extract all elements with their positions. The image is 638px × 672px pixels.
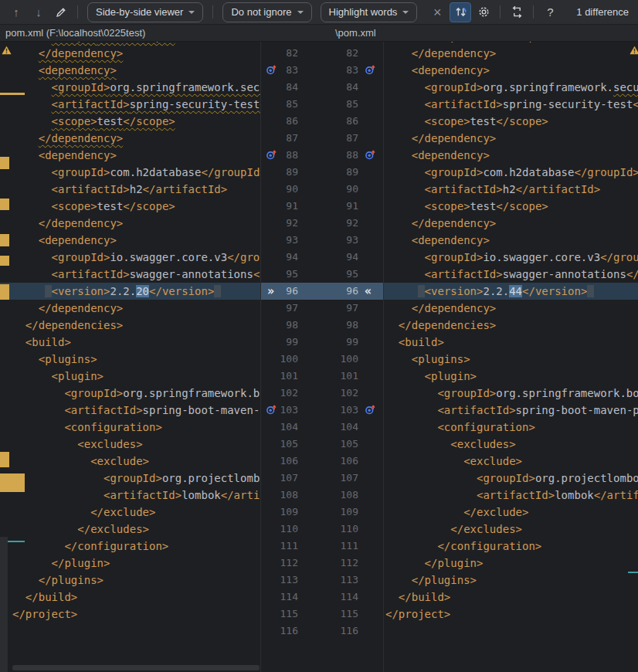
left-line-number: 106 <box>261 453 298 470</box>
changed-lines-marker <box>0 234 9 246</box>
right-line-number: 91 <box>321 198 358 215</box>
code-line-113: </plugins> <box>0 572 260 589</box>
right-line-number: 95 <box>321 266 358 283</box>
toolbar-separator <box>533 5 534 19</box>
line-number-strip: 8282838384848585868687878888898990909191… <box>260 42 384 672</box>
left-line-number: 102 <box>261 385 298 402</box>
code-line-89: <groupId>com.h2database</groupId> <box>0 164 260 181</box>
toolbar-separator <box>500 5 501 19</box>
viewer-mode-dropdown[interactable]: Side-by-side viewer <box>87 2 203 22</box>
line-number-row-104: 104104 <box>261 419 383 436</box>
code-line-111: </configuration> <box>384 538 638 555</box>
line-number-row-93: 9393 <box>261 232 383 249</box>
left-line-number: 91 <box>261 198 298 215</box>
left-line-number: 94 <box>261 249 298 266</box>
right-line-number: 94 <box>321 249 358 266</box>
close-icon: × <box>433 6 442 19</box>
apply-change-right-chevron[interactable]: « <box>365 283 372 300</box>
arrow-down-icon: ↓ <box>36 5 42 19</box>
code-line-104: <configuration> <box>384 419 638 436</box>
code-line-98: </dependencies> <box>384 317 638 334</box>
code-line-92: </dependency> <box>0 215 260 232</box>
line-number-row-115: 115115 <box>261 606 383 623</box>
help-button[interactable]: ? <box>540 3 560 22</box>
highlight-mode-dropdown[interactable]: Highlight words <box>321 2 418 22</box>
left-dependency-update-icon[interactable] <box>266 64 277 76</box>
code-line-110: </excludes> <box>0 521 260 538</box>
code-line-87: </dependency> <box>384 130 638 147</box>
swap-sides-icon <box>511 5 524 19</box>
right-line-number: 82 <box>321 45 358 62</box>
code-line-82: </dependency> <box>0 45 260 62</box>
teal-change-marker <box>628 572 638 573</box>
left-line-number: 101 <box>261 368 298 385</box>
edit-button[interactable] <box>51 3 71 22</box>
right-line-number: 87 <box>321 130 358 147</box>
right-dependency-update-icon[interactable] <box>365 149 376 161</box>
changed-lines-marker <box>0 256 9 266</box>
left-horizontal-scrollbar-thumb[interactable] <box>12 665 260 670</box>
right-dependency-update-icon[interactable] <box>365 64 376 76</box>
line-number-row-92: 9292 <box>261 215 383 232</box>
diff-content: <scope>test</scope> </dependency> <depen… <box>0 42 638 672</box>
left-line-number: 99 <box>261 334 298 351</box>
left-line-number: 97 <box>261 300 298 317</box>
right-editor-pane: <scope>test</scope> </dependency> <depen… <box>384 42 638 672</box>
code-line-110: </excludes> <box>384 521 638 538</box>
left-line-number: 92 <box>261 215 298 232</box>
code-line-115: </project> <box>0 606 260 623</box>
synchronize-scrolling-toggle[interactable] <box>450 2 471 22</box>
right-line-number: 108 <box>321 487 358 504</box>
code-line-95: <artifactId>swagger-annotations</a <box>0 266 260 283</box>
code-line-102: <groupId>org.springframework.boo <box>0 385 260 402</box>
right-line-number: 101 <box>321 368 358 385</box>
settings-button[interactable] <box>473 3 494 22</box>
code-line-106: <exclude> <box>0 453 260 470</box>
code-line-97: </dependency> <box>0 300 260 317</box>
previous-difference-button[interactable]: ↑ <box>6 3 26 22</box>
line-number-row-82: 8282 <box>261 45 383 62</box>
apply-change-left-chevron[interactable]: » <box>267 283 274 300</box>
code-line-99: <build> <box>0 334 260 351</box>
left-vertical-scrollbar-thumb[interactable] <box>0 537 8 672</box>
line-number-row-101: 101101 <box>261 368 383 385</box>
left-line-number: 116 <box>261 623 298 640</box>
code-line-95: <artifactId>swagger-annotations</an <box>384 266 638 283</box>
changed-lines-marker <box>0 473 9 492</box>
line-number-row-111: 111111 <box>261 538 383 555</box>
chevron-down-icon <box>188 11 195 14</box>
left-dependency-update-icon[interactable] <box>266 149 277 161</box>
right-dependency-update-icon[interactable] <box>365 404 376 416</box>
code-line-116 <box>0 623 260 640</box>
line-number-row-84: 8484 <box>261 79 383 96</box>
collapse-unchanged-button[interactable]: × <box>427 3 447 22</box>
left-file-path: pom.xml (F:\localhost\0225test) <box>5 27 145 39</box>
changed-lines-marker <box>0 199 9 210</box>
changed-lines-marker <box>0 157 9 169</box>
changed-lines-marker <box>9 473 25 492</box>
left-dependency-update-icon[interactable] <box>266 404 277 416</box>
sync-scroll-icon <box>454 5 467 19</box>
code-line-91: <scope>test</scope> <box>384 198 638 215</box>
line-number-row-91: 9191 <box>261 198 383 215</box>
chevron-down-icon <box>402 11 409 14</box>
code-line-88: <dependency> <box>384 147 638 164</box>
line-number-row-94: 9494 <box>261 249 383 266</box>
code-line-101: <plugin> <box>384 368 638 385</box>
left-line-number: 85 <box>261 96 298 113</box>
line-number-row-110: 110110 <box>261 521 383 538</box>
ignore-policy-dropdown[interactable]: Do not ignore <box>222 2 311 22</box>
swap-sides-button[interactable] <box>507 3 527 22</box>
next-difference-button[interactable]: ↓ <box>29 3 49 22</box>
right-line-number: 109 <box>321 504 358 521</box>
code-line-97: </dependency> <box>384 300 638 317</box>
code-line-106: <exclude> <box>384 453 638 470</box>
highlight-mode-label: Highlight words <box>329 6 398 18</box>
left-line-number: 114 <box>261 589 298 606</box>
changed-lines-marker <box>0 452 9 467</box>
line-number-row-89: 8989 <box>261 164 383 181</box>
right-line-number: 96 <box>321 283 358 300</box>
right-line-number: 116 <box>321 623 358 640</box>
code-line-82: </dependency> <box>384 45 638 62</box>
left-line-number: 89 <box>261 164 298 181</box>
